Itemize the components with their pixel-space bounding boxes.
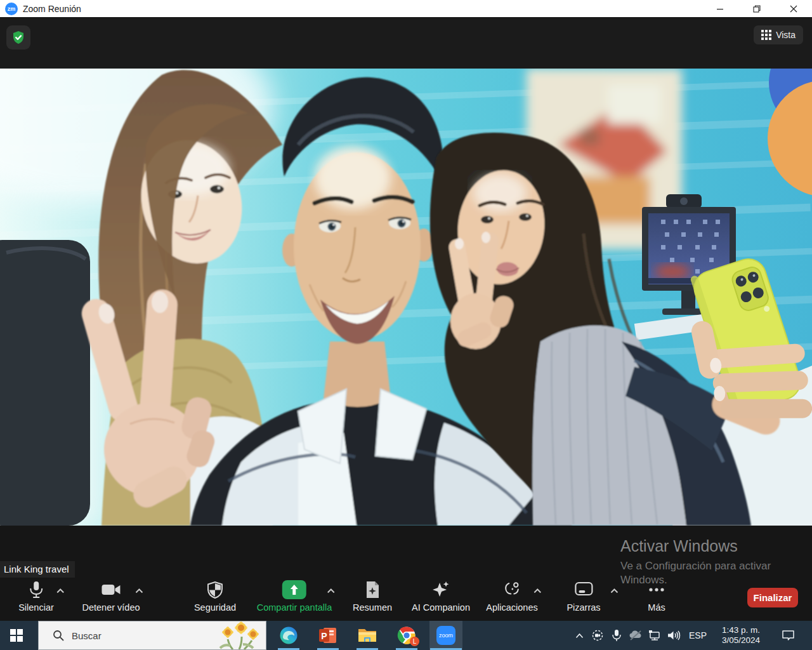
mute-button[interactable]: Silenciar [18,579,54,613]
watermark-line2: Windows. [620,573,771,587]
microphone-icon [28,579,44,600]
share-screen-button[interactable]: Compartir pantalla [257,579,332,613]
chrome-notification-badge: L [410,637,419,646]
share-screen-icon [282,580,306,599]
window-title: Zoom Reunión [23,4,81,14]
ai-companion-button[interactable]: AI Companion [412,579,470,613]
title-bar: zm Zoom Reunión [0,0,812,18]
tray-language-indicator[interactable]: ESP [686,621,709,650]
zoom-meeting-window: zm Zoom Reunión [0,0,812,650]
taskbar-file-explorer-icon[interactable] [351,621,384,650]
taskbar-chrome-icon[interactable]: L [390,621,423,650]
file-explorer-icon [357,627,377,644]
view-button-label: Vista [776,30,796,40]
meeting-security-status-button[interactable] [6,25,30,50]
mute-options-chevron[interactable] [56,585,64,596]
apps-icon [503,579,521,600]
participant-video-feed [0,69,812,526]
video-camera-icon [101,579,121,600]
ai-sparkle-icon [431,579,450,600]
taskbar-edge-icon[interactable] [272,621,305,650]
view-button[interactable]: Vista [754,25,803,44]
more-dots-icon [648,579,665,600]
start-button[interactable] [0,621,33,650]
video-options-chevron[interactable] [135,585,143,596]
tray-date: 3/05/2024 [722,635,760,646]
search-highlight-flowers-image [211,621,265,649]
whiteboards-options-chevron[interactable] [610,585,618,596]
stop-video-button[interactable]: Detener vídeo [82,579,140,613]
daisy-3 [247,628,259,640]
daisy-1 [221,626,234,639]
participant-name-label: Link King travel [0,561,75,578]
cool-tint-overlay [0,69,812,526]
edge-icon [279,626,298,645]
ethernet-network-icon [648,629,661,642]
tray-show-hidden-icons[interactable] [571,621,587,650]
watermark-line1: Ve a Configuración para activar [620,559,771,573]
whiteboards-label: Pizarras [566,602,600,613]
zoom-icon: zoom [436,626,455,645]
stop-video-label: Detener vídeo [82,602,140,613]
notification-icon [782,629,795,642]
tray-volume[interactable] [664,621,684,650]
watermark-title: Activar Windows [620,537,771,555]
svg-text:P: P [321,631,327,641]
restore-icon [753,5,761,13]
apps-label: Aplicaciones [486,602,537,613]
share-options-chevron[interactable] [327,585,335,596]
search-icon [53,630,64,641]
tray-microphone[interactable] [608,621,625,650]
mute-label: Silenciar [18,602,54,613]
restore-button[interactable] [738,0,775,18]
meeting-top-bar: Vista [0,18,812,69]
tray-action-center[interactable] [775,621,801,650]
daisy-2 [234,621,249,635]
microphone-tray-icon [612,629,622,642]
security-label: Seguridad [194,602,236,613]
taskbar-zoom-icon[interactable]: zoom [429,621,462,650]
end-meeting-button[interactable]: Finalizar [747,588,798,607]
webcam-selfie-scene [0,69,812,526]
taskbar-search-box[interactable] [38,621,266,650]
tray-time: 1:43 p. m. [722,625,760,635]
tray-meet-now[interactable] [589,621,606,650]
summary-document-icon [365,579,380,600]
more-button[interactable]: Más [648,579,665,613]
speaker-volume-icon [667,630,681,641]
minimize-icon [716,5,724,13]
close-icon [790,5,797,13]
window-controls [702,0,812,18]
meeting-control-bar: Link King travel Activar Windows Ve a Co… [0,526,812,621]
close-button[interactable] [775,0,812,18]
apps-options-chevron[interactable] [534,585,541,596]
ai-companion-label: AI Companion [412,602,470,613]
share-screen-label: Compartir pantalla [257,602,332,613]
zoom-app-icon: zm [5,3,18,15]
summary-button[interactable]: Resumen [353,579,392,613]
tray-onedrive-paused[interactable] [627,621,645,650]
whiteboard-icon [574,579,593,600]
chevron-up-icon [575,633,584,639]
onedrive-paused-icon [629,630,643,641]
tray-network[interactable] [646,621,664,650]
tray-clock[interactable]: 1:43 p. m. 3/05/2024 [716,621,766,650]
powerpoint-icon: P [318,626,337,645]
windows-taskbar: P L zoom [0,621,812,650]
minimize-button[interactable] [702,0,738,18]
security-shield-icon [207,579,223,600]
apps-button[interactable]: Aplicaciones [486,579,537,613]
security-button[interactable]: Seguridad [194,579,236,613]
windows-logo-icon [10,629,23,642]
green-shield-check-icon [11,30,26,45]
search-input[interactable] [72,630,205,641]
more-label: Más [648,602,665,613]
activate-windows-watermark: Activar Windows Ve a Configuración para … [620,537,771,587]
taskbar-powerpoint-icon[interactable]: P [311,621,344,650]
grid-view-icon [761,30,771,40]
whiteboards-button[interactable]: Pizarras [566,579,600,613]
screen-record-icon [591,629,604,642]
summary-label: Resumen [353,602,392,613]
